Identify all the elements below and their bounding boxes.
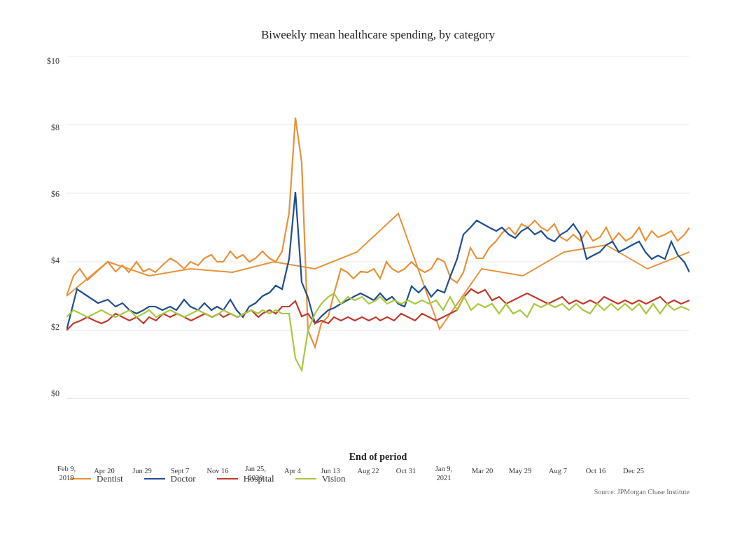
chart-area: $10 $8 $6 $4 $2 $0 (66, 56, 690, 399)
y-label-2: $2 (28, 322, 59, 332)
y-label-10: $10 (28, 56, 59, 66)
x-label-jun29: Jun 29 (125, 466, 160, 476)
y-axis-labels: $10 $8 $6 $4 $2 $0 (28, 56, 59, 399)
x-label-apr20: Apr 20 (87, 466, 122, 476)
x-axis-title: End of period (66, 451, 690, 463)
x-label-apr4: Apr 4 (275, 466, 310, 476)
x-label-dec25: Dec 25 (616, 466, 651, 476)
source-text: Source: JPMorgan Chase Institute (66, 488, 690, 496)
x-label-sept7: Sept 7 (162, 466, 197, 476)
y-label-0: $0 (28, 388, 59, 399)
chart-title: Biweekly mean healthcare spending, by ca… (66, 28, 690, 42)
vision-line (66, 293, 690, 370)
chart-container: Biweekly mean healthcare spending, by ca… (18, 14, 732, 546)
y-label-4: $4 (28, 255, 59, 266)
doctor-legend-line (144, 478, 165, 479)
x-label-mar20: Mar 20 (465, 466, 500, 476)
x-label-oct16: Oct 16 (578, 466, 613, 476)
y-label-6: $6 (28, 189, 59, 200)
x-label-feb9: Feb 9,2019 (49, 464, 84, 483)
dentist-line (66, 214, 690, 329)
chart-svg (66, 56, 690, 399)
doctor-line (66, 192, 690, 330)
x-label-jun13: Jun 13 (313, 466, 348, 476)
hospital-legend-line (217, 478, 238, 479)
x-label-nov16: Nov 16 (200, 466, 235, 476)
y-label-8: $8 (28, 122, 59, 133)
x-label-jan25: Jan 25,2020 (238, 464, 273, 483)
vision-legend-line (295, 478, 316, 479)
x-label-aug22: Aug 22 (351, 466, 386, 476)
x-label-may29: May 29 (503, 466, 538, 476)
x-label-oct31: Oct 31 (388, 466, 424, 476)
x-label-jan9: Jan 9,2021 (426, 464, 461, 483)
x-label-aug7: Aug 7 (540, 466, 575, 476)
